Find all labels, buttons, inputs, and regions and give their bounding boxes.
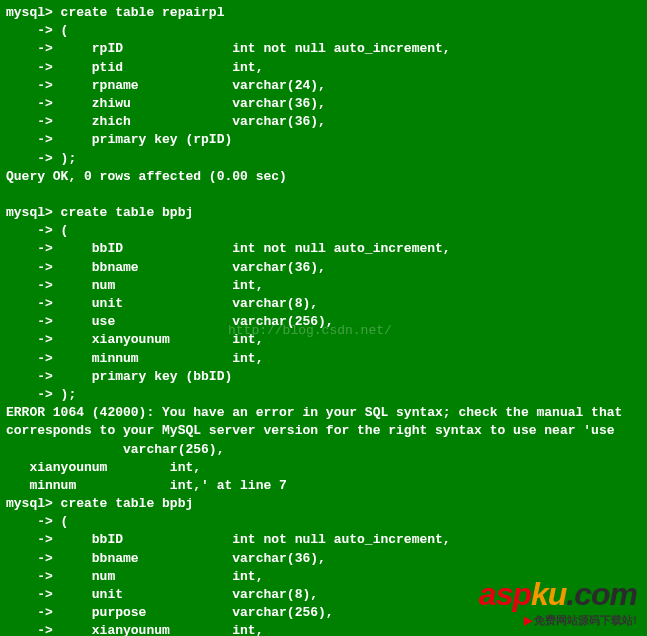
terminal-line: -> bbID int not null auto_increment, <box>6 531 641 549</box>
terminal-line: mysql> create table bpbj <box>6 495 641 513</box>
terminal-line: -> ); <box>6 386 641 404</box>
logo-part-dotcom: .com <box>566 576 637 612</box>
terminal-line: -> zhich varchar(36), <box>6 113 641 131</box>
terminal-line: -> primary key (bbID) <box>6 368 641 386</box>
terminal-line: -> num int, <box>6 277 641 295</box>
terminal-line: -> ); <box>6 150 641 168</box>
terminal-line: -> ( <box>6 513 641 531</box>
terminal-line: -> primary key (rpID) <box>6 131 641 149</box>
logo-part-ku: ku <box>531 576 566 612</box>
terminal-line: -> bbname varchar(36), <box>6 259 641 277</box>
terminal-line: ERROR 1064 (42000): You have an error in… <box>6 404 641 422</box>
terminal-line: corresponds to your MySQL server version… <box>6 422 641 440</box>
terminal-line: -> minnum int, <box>6 350 641 368</box>
terminal-line: -> ( <box>6 222 641 240</box>
site-logo: aspku.com ▶免费网站源码下载站! <box>479 572 637 628</box>
terminal-line: minnum int,' at line 7 <box>6 477 641 495</box>
terminal-line: -> bbname varchar(36), <box>6 550 641 568</box>
terminal-output: mysql> create table repairpl -> ( -> rpI… <box>6 4 641 636</box>
terminal-line: mysql> create table bpbj <box>6 204 641 222</box>
terminal-line: -> ( <box>6 22 641 40</box>
terminal-line: varchar(256), <box>6 441 641 459</box>
terminal-line: -> xianyounum int, <box>6 331 641 349</box>
terminal-line: mysql> create table repairpl <box>6 4 641 22</box>
terminal-line: xianyounum int, <box>6 459 641 477</box>
terminal-line: -> zhiwu varchar(36), <box>6 95 641 113</box>
terminal-line: -> rpID int not null auto_increment, <box>6 40 641 58</box>
arrow-icon: ▶ <box>524 614 532 626</box>
terminal-line <box>6 186 641 204</box>
terminal-line: -> ptid int, <box>6 59 641 77</box>
terminal-line: -> rpname varchar(24), <box>6 77 641 95</box>
logo-main-text: aspku.com <box>479 572 637 617</box>
terminal-line: Query OK, 0 rows affected (0.00 sec) <box>6 168 641 186</box>
terminal-line: -> use varchar(256), <box>6 313 641 331</box>
terminal-line: -> bbID int not null auto_increment, <box>6 240 641 258</box>
logo-subtitle-text: 免费网站源码下载站! <box>534 614 637 626</box>
terminal-line: -> unit varchar(8), <box>6 295 641 313</box>
logo-part-asp: asp <box>479 576 531 612</box>
